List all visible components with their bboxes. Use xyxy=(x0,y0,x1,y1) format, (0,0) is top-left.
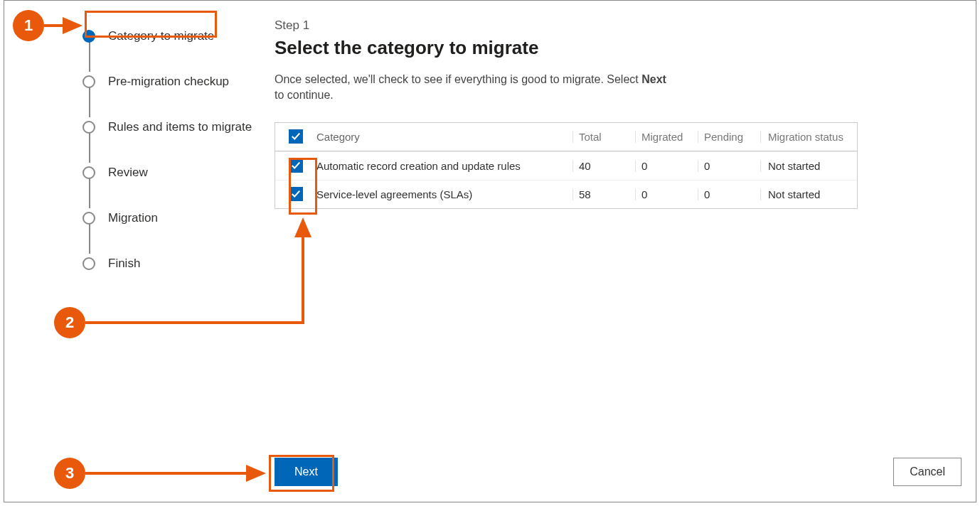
cell-total: 58 xyxy=(572,188,635,200)
step-dot-icon xyxy=(82,121,95,134)
step-number: Step 1 xyxy=(275,18,962,33)
cell-migrated: 0 xyxy=(635,188,698,200)
app-window: Category to migrate Pre-migration checku… xyxy=(4,0,976,502)
sidebar-item-pre-migration-checkup[interactable]: Pre-migration checkup xyxy=(82,59,267,104)
page-description: Once selected, we'll check to see if eve… xyxy=(275,72,673,104)
col-category[interactable]: Category xyxy=(316,131,572,143)
footer: Next Cancel xyxy=(275,458,962,486)
cancel-button[interactable]: Cancel xyxy=(893,458,962,486)
cell-pending: 0 xyxy=(698,188,760,200)
step-connector-icon xyxy=(89,133,90,163)
cell-pending: 0 xyxy=(698,160,760,172)
step-connector-icon xyxy=(89,42,90,72)
sidebar-item-category-to-migrate[interactable]: Category to migrate xyxy=(82,14,267,59)
desc-bold: Next xyxy=(641,73,666,85)
wizard-sidebar: Category to migrate Pre-migration checku… xyxy=(82,14,267,286)
step-label: Pre-migration checkup xyxy=(108,75,229,89)
table-row[interactable]: Automatic record creation and update rul… xyxy=(275,151,857,180)
cell-status: Not started xyxy=(760,188,857,200)
step-dot-icon xyxy=(82,257,95,270)
check-icon xyxy=(291,161,301,171)
cell-status: Not started xyxy=(760,160,857,172)
sidebar-item-review[interactable]: Review xyxy=(82,150,267,195)
check-icon xyxy=(291,131,301,141)
cell-category: Service-level agreements (SLAs) xyxy=(316,188,572,200)
table-header: Category Total Migrated Pending Migratio… xyxy=(275,123,857,151)
cell-migrated: 0 xyxy=(635,160,698,172)
step-connector-icon xyxy=(89,178,90,208)
step-dot-icon xyxy=(82,75,95,88)
cell-total: 40 xyxy=(572,160,635,172)
step-label: Migration xyxy=(108,211,158,225)
annotation-circle-2: 2 xyxy=(54,307,85,338)
step-connector-icon xyxy=(89,224,90,254)
next-button[interactable]: Next xyxy=(275,458,338,486)
step-dot-icon xyxy=(82,166,95,179)
step-label: Category to migrate xyxy=(108,29,214,43)
col-pending: Pending xyxy=(698,131,760,143)
col-total: Total xyxy=(572,131,635,143)
step-dot-icon xyxy=(82,30,95,43)
annotation-circle-3: 3 xyxy=(54,458,85,489)
category-table: Category Total Migrated Pending Migratio… xyxy=(275,122,858,209)
row-checkbox[interactable] xyxy=(289,187,303,201)
col-status: Migration status xyxy=(760,131,857,143)
main-content: Step 1 Select the category to migrate On… xyxy=(275,18,962,209)
step-label: Review xyxy=(108,166,148,180)
check-icon xyxy=(291,189,301,199)
sidebar-item-migration[interactable]: Migration xyxy=(82,195,267,241)
desc-text: Once selected, we'll check to see if eve… xyxy=(275,73,641,85)
table-row[interactable]: Service-level agreements (SLAs) 58 0 0 N… xyxy=(275,180,857,208)
step-label: Finish xyxy=(108,257,140,271)
select-all-checkbox[interactable] xyxy=(289,129,303,144)
page-title: Select the category to migrate xyxy=(275,37,962,59)
row-checkbox[interactable] xyxy=(289,158,303,173)
sidebar-item-finish[interactable]: Finish xyxy=(82,241,267,286)
sidebar-item-rules-and-items[interactable]: Rules and items to migrate xyxy=(82,104,267,150)
annotation-circle-1: 1 xyxy=(13,10,44,41)
step-dot-icon xyxy=(82,212,95,225)
cell-category: Automatic record creation and update rul… xyxy=(316,160,572,172)
step-connector-icon xyxy=(89,87,90,117)
col-migrated: Migrated xyxy=(635,131,698,143)
desc-text: to continue. xyxy=(275,89,334,101)
step-label: Rules and items to migrate xyxy=(108,120,252,134)
